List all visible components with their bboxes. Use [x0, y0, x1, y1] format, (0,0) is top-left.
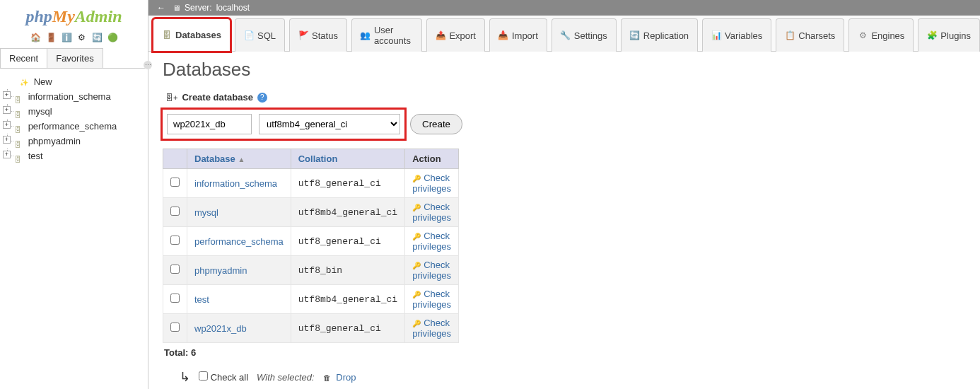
tab-label: Replication	[643, 30, 689, 41]
logout-icon[interactable]: 🚪	[46, 33, 56, 42]
th-action: Action	[405, 149, 459, 169]
main: ← Server: localhost Databases SQL Status…	[148, 0, 980, 389]
reload-icon[interactable]: 🔄	[92, 33, 102, 42]
row-collation: utf8_general_ci	[291, 227, 404, 256]
expand-icon[interactable]: +	[3, 151, 11, 158]
docs-icon[interactable]: ℹ️	[62, 33, 71, 42]
tab-charsets[interactable]: Charsets	[776, 18, 844, 52]
db-name-input[interactable]	[167, 114, 252, 134]
content: Databases Create database ? utf8mb4_gene…	[148, 52, 980, 389]
recent-tabs: Recent Favorites	[0, 48, 148, 69]
expand-icon[interactable]: +	[3, 121, 11, 129]
row-checkbox[interactable]	[170, 294, 180, 303]
tab-replication[interactable]: Replication	[621, 18, 698, 52]
create-db-icon	[165, 92, 177, 103]
tab-plugins[interactable]: Plugins	[918, 18, 980, 52]
drop-icon	[323, 372, 334, 383]
server-icon	[173, 3, 180, 13]
drop-action[interactable]: Drop	[323, 372, 356, 383]
tree-item[interactable]: + information_schema	[4, 89, 144, 104]
database-table: Database ▲ Collation Action information_…	[163, 149, 459, 343]
database-icon	[14, 94, 23, 101]
tree-new-label: New	[34, 76, 52, 87]
expand-icon[interactable]: +	[3, 106, 11, 114]
db-name-link[interactable]: mysql	[194, 207, 218, 218]
database-icon	[14, 109, 23, 116]
tree-item[interactable]: + test	[4, 149, 144, 163]
logo-admin: Admin	[75, 7, 122, 25]
logo-php: php	[25, 7, 52, 25]
tree-item[interactable]: + performance_schema	[4, 119, 144, 134]
status-icon	[298, 30, 308, 40]
home-icon[interactable]: 🏠	[30, 33, 40, 42]
collapse-handle-icon[interactable]: ⋯	[144, 61, 152, 69]
users-icon	[361, 30, 371, 40]
db-name-link[interactable]: phpmyadmin	[194, 265, 247, 276]
tab-export[interactable]: Export	[426, 18, 485, 52]
db-name-link[interactable]: information_schema	[194, 178, 277, 189]
row-checkbox[interactable]	[170, 236, 180, 245]
check-all[interactable]: Check all	[199, 371, 248, 383]
row-checkbox[interactable]	[170, 178, 180, 187]
th-collation[interactable]: Collation	[291, 149, 404, 169]
db-name-link[interactable]: test	[194, 294, 209, 305]
tree-new[interactable]: New	[4, 74, 144, 89]
variables-icon	[711, 30, 721, 40]
totals: Total: 6	[163, 343, 966, 362]
tree-db-label: performance_schema	[28, 121, 117, 132]
tab-label: Plugins	[940, 30, 971, 41]
with-selected-label: With selected:	[257, 372, 315, 383]
db-name-link[interactable]: performance_schema	[194, 236, 284, 247]
tab-sql[interactable]: SQL	[235, 18, 285, 52]
logo-my: My	[52, 7, 75, 25]
tree-db-label: phpmyadmin	[28, 136, 81, 146]
tab-label: Variables	[725, 30, 762, 41]
tab-label: Export	[449, 30, 476, 41]
back-arrow-icon[interactable]: ←	[154, 3, 168, 13]
database-icon	[14, 124, 23, 131]
server-name[interactable]: localhost	[216, 3, 250, 13]
charsets-icon	[785, 30, 795, 40]
favorites-tab[interactable]: Favorites	[47, 48, 103, 68]
tree-item[interactable]: + mysql	[4, 104, 144, 119]
privileges-icon	[412, 289, 424, 299]
check-all-checkbox[interactable]	[199, 371, 208, 381]
table-row: phpmyadminutf8_binCheck privileges	[163, 256, 459, 285]
logo[interactable]: phpMyAdmin	[0, 0, 148, 29]
tab-status[interactable]: Status	[289, 18, 347, 52]
tab-settings[interactable]: Settings	[552, 18, 617, 52]
arrow-up-icon: ↳	[180, 369, 190, 385]
settings-icon[interactable]: ⚙	[76, 33, 86, 42]
tab-label: SQL	[257, 30, 276, 41]
th-database[interactable]: Database ▲	[187, 149, 291, 169]
row-checkbox[interactable]	[170, 323, 180, 332]
tree-item[interactable]: + phpmyadmin	[4, 134, 144, 149]
collation-select[interactable]: utf8mb4_general_ci	[259, 114, 400, 134]
tab-user-accounts[interactable]: User accounts	[351, 18, 422, 52]
privileges-icon	[412, 231, 424, 241]
recent-tab[interactable]: Recent	[0, 48, 47, 68]
tab-label: Databases	[175, 30, 221, 40]
row-checkbox[interactable]	[170, 265, 180, 274]
privileges-icon	[412, 173, 424, 183]
table-row: information_schemautf8_general_ciCheck p…	[163, 169, 459, 198]
sidebar-toolbar: 🏠 🚪 ℹ️ ⚙ 🔄 🟢	[0, 29, 148, 48]
create-button[interactable]: Create	[410, 114, 462, 134]
tree-db-label: test	[28, 151, 43, 161]
tab-label: Charsets	[798, 30, 835, 41]
table-row: wp2021x_dbutf8_general_ciCheck privilege…	[163, 314, 459, 343]
refresh-icon[interactable]: 🟢	[107, 33, 117, 42]
tab-variables[interactable]: Variables	[702, 18, 771, 52]
db-tree: New + information_schema + mysql + perfo…	[0, 69, 148, 169]
page-title: Databases	[163, 59, 966, 81]
tree-db-label: mysql	[28, 106, 52, 117]
tab-engines[interactable]: Engines	[848, 18, 914, 52]
expand-icon[interactable]: +	[3, 91, 11, 99]
db-name-link[interactable]: wp2021x_db	[194, 323, 247, 334]
expand-icon[interactable]: +	[3, 136, 11, 144]
row-checkbox[interactable]	[170, 207, 180, 216]
tab-import[interactable]: Import	[489, 18, 547, 52]
help-icon[interactable]: ?	[257, 93, 267, 103]
row-collation: utf8_bin	[291, 256, 404, 285]
tab-databases[interactable]: Databases	[153, 18, 231, 52]
